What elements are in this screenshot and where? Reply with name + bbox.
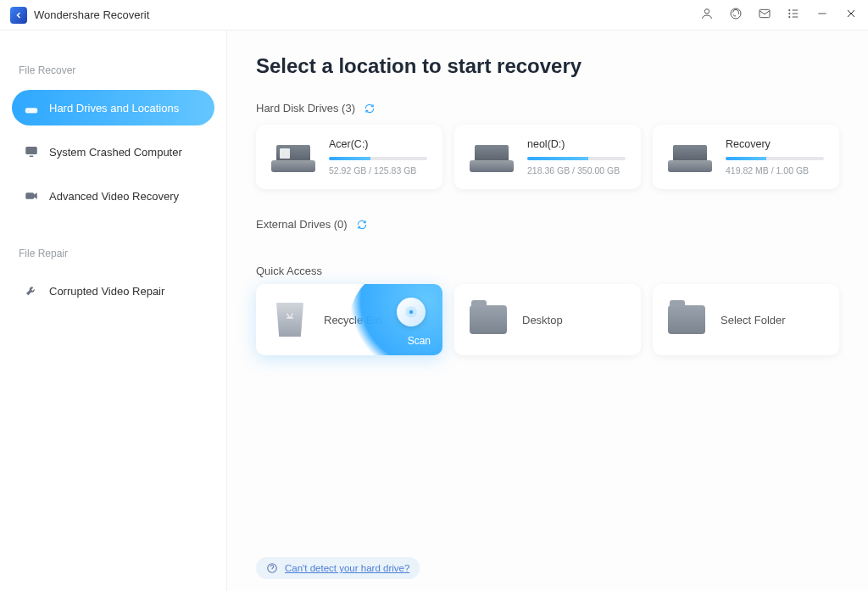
folder-icon	[668, 303, 705, 337]
drive-name: Acer(C:)	[329, 138, 427, 150]
drive-capacity: 52.92 GB / 125.83 GB	[329, 165, 427, 176]
help-detect-link[interactable]: Can't detect your hard drive?	[256, 557, 420, 579]
scan-disc-icon	[397, 298, 426, 326]
svg-rect-10	[25, 192, 34, 199]
wrench-icon	[24, 283, 39, 298]
drive-card[interactable]: Acer(C:) 52.92 GB / 125.83 GB	[256, 125, 442, 189]
quick-desktop[interactable]: Desktop	[454, 284, 641, 355]
sidebar-item-label: System Crashed Computer	[49, 146, 182, 159]
user-icon[interactable]	[700, 7, 714, 24]
hdd-section-header: Hard Disk Drives (3)	[256, 102, 355, 114]
sidebar-section-repair: File Repair	[19, 248, 214, 259]
external-section-header: External Drives (0)	[256, 218, 348, 231]
drive-name: neol(D:)	[527, 138, 626, 150]
help-link-text: Can't detect your hard drive?	[285, 563, 409, 573]
sidebar-section-recover: File Recover	[19, 64, 214, 76]
hard-drive-icon	[470, 142, 514, 172]
drive-icon	[24, 100, 39, 115]
sidebar-item-video[interactable]: Advanced Video Recovery	[12, 178, 214, 214]
minimize-icon[interactable]	[815, 7, 829, 24]
camera-icon	[24, 188, 39, 204]
close-icon[interactable]	[844, 7, 858, 24]
recycle-bin-icon	[271, 303, 309, 337]
svg-point-12	[409, 310, 414, 315]
drive-card[interactable]: neol(D:) 218.36 GB / 350.00 GB	[454, 125, 641, 189]
svg-rect-8	[25, 147, 37, 154]
refresh-icon[interactable]	[356, 219, 368, 231]
quick-label: Select Folder	[721, 314, 786, 326]
svg-point-3	[789, 9, 790, 10]
titlebar: Wondershare Recoverit	[0, 0, 868, 31]
scan-label: Scan	[408, 335, 431, 347]
quick-label: Desktop	[522, 314, 563, 326]
sidebar-item-label: Hard Drives and Locations	[49, 102, 179, 114]
drive-name: Recovery	[726, 138, 824, 150]
svg-point-4	[789, 13, 790, 14]
hard-drive-icon	[271, 142, 315, 172]
drive-card[interactable]: Recovery 419.82 MB / 1.00 GB	[653, 125, 839, 189]
quick-recycle-bin[interactable]: Recycle Bin Scan	[256, 284, 442, 355]
quick-select-folder[interactable]: Select Folder	[653, 284, 839, 355]
mail-icon[interactable]	[758, 7, 771, 24]
usage-bar	[527, 157, 626, 160]
sidebar: File Recover Hard Drives and Locations S…	[0, 31, 227, 591]
page-title: Select a location to start recovery	[256, 54, 839, 78]
list-icon[interactable]	[787, 7, 800, 24]
svg-point-5	[789, 16, 790, 17]
svg-rect-9	[30, 156, 34, 158]
support-icon[interactable]	[729, 7, 743, 24]
refresh-icon[interactable]	[364, 103, 376, 114]
usage-bar	[726, 157, 824, 160]
app-logo-icon	[10, 7, 27, 24]
sidebar-item-label: Advanced Video Recovery	[49, 190, 179, 203]
desktop-folder-icon	[470, 303, 507, 337]
sidebar-item-drives[interactable]: Hard Drives and Locations	[12, 90, 214, 125]
hard-drive-icon	[668, 142, 712, 172]
drive-capacity: 419.82 MB / 1.00 GB	[726, 165, 824, 176]
usage-bar	[329, 157, 427, 160]
quick-section-header: Quick Access	[256, 265, 322, 277]
drive-capacity: 218.36 GB / 350.00 GB	[527, 165, 626, 176]
sidebar-item-crashed[interactable]: System Crashed Computer	[12, 134, 214, 170]
monitor-icon	[24, 144, 39, 159]
sidebar-item-repair[interactable]: Corrupted Video Repair	[12, 273, 214, 309]
svg-rect-2	[760, 9, 770, 17]
svg-point-0	[704, 8, 709, 13]
svg-point-7	[28, 110, 30, 112]
app-title: Wondershare Recoverit	[34, 8, 149, 21]
sidebar-item-label: Corrupted Video Repair	[49, 285, 164, 298]
main-content: Select a location to start recovery Hard…	[227, 31, 868, 591]
help-icon	[266, 562, 278, 574]
